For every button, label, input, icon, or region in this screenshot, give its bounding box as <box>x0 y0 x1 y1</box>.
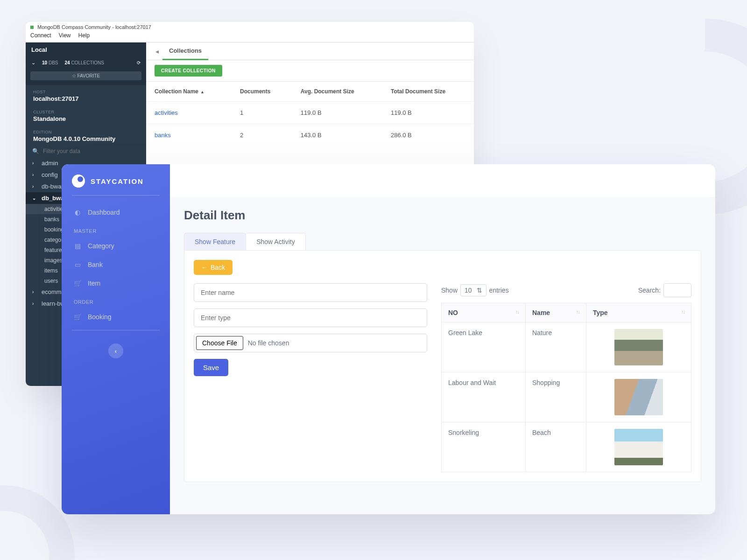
divider <box>72 330 160 330</box>
entries-label: entries <box>489 287 509 294</box>
nav-dashboard[interactable]: ◐Dashboard <box>72 203 160 222</box>
chevron-right-icon: › <box>32 301 37 306</box>
card-icon: ▭ <box>74 261 81 268</box>
cell-avg: 143.0 B <box>292 124 382 147</box>
thumbnail-image <box>614 329 663 365</box>
staycation-window: STAYCATION ◐Dashboard MASTER ▤Category ▭… <box>62 164 715 514</box>
chevron-down-icon: ⌄ <box>32 196 37 201</box>
table-row: activities 1 119.0 B 119.0 B <box>146 102 474 124</box>
cell-type: Shopping <box>526 372 586 422</box>
filter-input[interactable] <box>43 148 140 154</box>
collapse-sidebar-button[interactable]: ‹ <box>108 343 123 358</box>
cell-thumb <box>586 372 691 422</box>
file-status: No file chosen <box>243 339 294 347</box>
detail-tabs: Show Feature Show Activity <box>184 233 701 250</box>
cell-thumb <box>586 322 691 372</box>
type-input[interactable] <box>194 308 427 327</box>
save-button[interactable]: Save <box>194 359 228 376</box>
nav-booking[interactable]: 🛒Booking <box>72 308 160 326</box>
cell-thumb <box>586 422 691 472</box>
table-row: banks 2 143.0 B 286.0 B <box>146 124 474 147</box>
tab-collections[interactable]: Collections <box>162 42 208 60</box>
tab-show-feature[interactable]: Show Feature <box>184 233 246 250</box>
page-size-select[interactable]: 10⇅ <box>460 284 486 296</box>
menu-view[interactable]: View <box>59 32 71 42</box>
stay-topbar <box>170 164 715 197</box>
thumbnail-image <box>614 379 663 415</box>
col-name[interactable]: Collection Name▲ <box>146 82 232 102</box>
page-title: Detail Item <box>184 208 701 223</box>
table-controls: Show 10⇅ entries Search: <box>441 283 691 297</box>
sort-icon: ↑↓ <box>681 309 684 315</box>
choose-file-button[interactable]: Choose File <box>196 336 243 350</box>
collection-link[interactable]: activities <box>146 102 232 124</box>
chevron-down-icon[interactable]: ⌄ <box>31 60 35 66</box>
col-documents[interactable]: Documents <box>232 82 292 102</box>
edition-label: EDITION <box>33 130 139 134</box>
nav-bank[interactable]: ▭Bank <box>72 255 160 274</box>
cell-total: 119.0 B <box>382 102 474 124</box>
table-row: Labour and Wait Shopping <box>442 372 691 422</box>
sort-asc-icon: ▲ <box>200 90 204 94</box>
logo-icon <box>72 175 85 188</box>
col-avg-size[interactable]: Avg. Document Size <box>292 82 382 102</box>
window-title: MongoDB Compass Community - localhost:27… <box>37 24 151 30</box>
host-label: HOST <box>33 90 139 94</box>
search-icon: 🔍 <box>32 148 39 154</box>
name-input[interactable] <box>194 283 427 302</box>
app-status-dot <box>30 26 34 29</box>
search-label: Search: <box>638 287 661 294</box>
list-icon: ▤ <box>74 243 81 249</box>
detail-panel: ←Back Choose File No file chosen Save S <box>184 250 701 482</box>
menu-help[interactable]: Help <box>78 32 90 42</box>
stay-main: Detail Item Show Feature Show Activity ←… <box>170 164 715 514</box>
favorite-button[interactable]: ☆ FAVORITE <box>30 71 141 80</box>
create-collection-button[interactable]: CREATE COLLECTION <box>155 65 222 77</box>
compass-tabs: ◂ Collections <box>146 42 474 60</box>
search-input[interactable] <box>663 283 691 297</box>
cart-icon: 🛒 <box>74 314 81 320</box>
cell-type: Nature <box>526 322 586 372</box>
sort-icon: ↑↓ <box>576 309 579 315</box>
cell-name: Green Lake <box>442 322 526 372</box>
brand-logo: STAYCATION <box>72 175 160 188</box>
host-value: localhost:27017 <box>33 95 139 102</box>
connection-name: Local <box>26 42 146 57</box>
back-button[interactable]: ←Back <box>194 260 233 275</box>
cluster-label: CLUSTER <box>33 110 139 114</box>
chevron-left-icon: ‹ <box>115 348 117 355</box>
cell-avg: 119.0 B <box>292 102 382 124</box>
brand-name: STAYCATION <box>91 177 144 185</box>
nav-item[interactable]: 🛒Item <box>72 274 160 293</box>
collections-table: Collection Name▲ Documents Avg. Document… <box>146 82 474 146</box>
nav-category[interactable]: ▤Category <box>72 237 160 255</box>
col-total-size[interactable]: Total Document Size <box>382 82 474 102</box>
tab-show-activity[interactable]: Show Activity <box>246 233 305 250</box>
compass-titlebar: MongoDB Compass Community - localhost:27… <box>26 22 474 32</box>
nav-section-master: MASTER <box>72 222 160 237</box>
tab-back-icon[interactable]: ◂ <box>155 48 159 55</box>
chevron-right-icon: › <box>32 184 37 189</box>
table-row: Green Lake Nature <box>442 322 691 372</box>
chevron-right-icon: › <box>32 161 37 166</box>
show-label: Show <box>441 287 458 294</box>
cell-name: Labour and Wait <box>442 372 526 422</box>
sort-icon: ↑↓ <box>515 309 519 315</box>
col-name[interactable]: Name↑↓ <box>526 303 586 322</box>
nav-section-order: ORDER <box>72 293 160 308</box>
activity-table-wrap: Show 10⇅ entries Search: NO↑↓ Name↑↓ Ty <box>441 283 691 472</box>
cell-total: 286.0 B <box>382 124 474 147</box>
col-type[interactable]: Type↑↓ <box>586 303 691 322</box>
thumbnail-image <box>614 429 663 465</box>
collection-link[interactable]: banks <box>146 124 232 147</box>
activity-form: Choose File No file chosen Save <box>194 283 427 376</box>
stay-sidebar: STAYCATION ◐Dashboard MASTER ▤Category ▭… <box>62 164 170 514</box>
chevron-right-icon: › <box>32 172 37 177</box>
refresh-icon[interactable]: ⟳ <box>137 60 141 65</box>
arrow-left-icon: ← <box>201 264 208 271</box>
col-no[interactable]: NO↑↓ <box>442 303 526 322</box>
filter-row: 🔍 <box>26 145 146 157</box>
cluster-value: Standalone <box>33 115 139 122</box>
cell-docs: 2 <box>232 124 292 147</box>
menu-connect[interactable]: Connect <box>30 32 51 42</box>
